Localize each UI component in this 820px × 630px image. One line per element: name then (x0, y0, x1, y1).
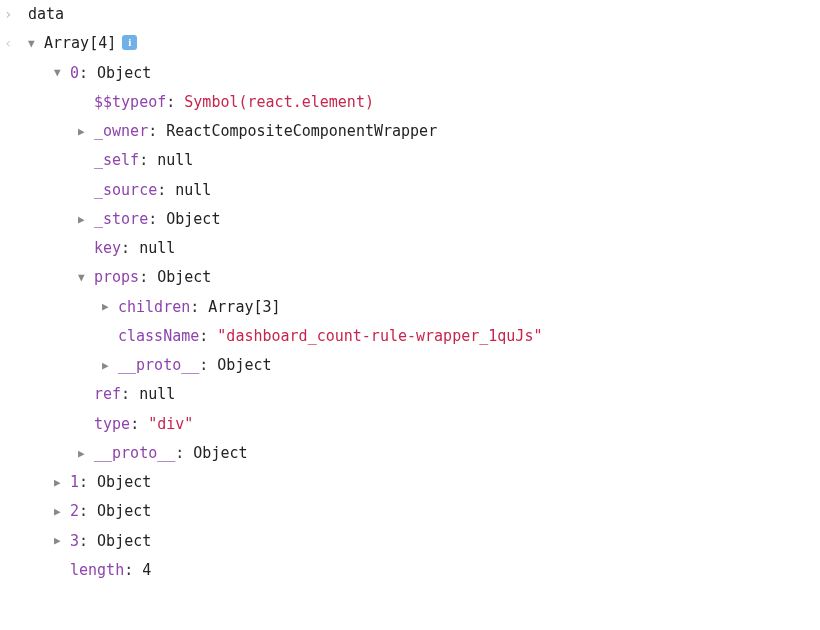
disclosure-triangle-closed-icon[interactable]: ▶ (54, 501, 66, 522)
output-caret-icon: ‹ (0, 30, 28, 57)
tree-item-source[interactable]: _source: null (0, 176, 820, 205)
tree-item-self[interactable]: _self: null (0, 146, 820, 175)
disclosure-triangle-closed-icon[interactable]: ▶ (78, 443, 90, 464)
tree-key: length (70, 556, 124, 585)
tree-key: 0 (70, 59, 79, 88)
tree-item-key[interactable]: key: null (0, 234, 820, 263)
tree-value: "div" (148, 410, 193, 439)
tree-item-store[interactable]: ▶ _store: Object (0, 205, 820, 234)
tree-value: Object (193, 439, 247, 468)
info-badge-icon[interactable]: i (122, 35, 137, 50)
tree-key: children (118, 293, 190, 322)
tree-value: Object (97, 468, 151, 497)
tree-key: key (94, 234, 121, 263)
tree-key: 1 (70, 468, 79, 497)
tree-item-1[interactable]: ▶ 1: Object (0, 468, 820, 497)
tree-value: Object (97, 497, 151, 526)
disclosure-triangle-open-icon[interactable]: ▼ (78, 267, 90, 288)
tree-value: Object (166, 205, 220, 234)
tree-value: "dashboard_count-rule-wrapper_1quJs" (217, 322, 542, 351)
tree-value: null (139, 380, 175, 409)
tree-value: Object (157, 263, 211, 292)
tree-item-length[interactable]: length: 4 (0, 556, 820, 585)
tree-item-ref[interactable]: ref: null (0, 380, 820, 409)
tree-value: null (139, 234, 175, 263)
tree-item-2[interactable]: ▶ 2: Object (0, 497, 820, 526)
tree-item-classname[interactable]: className: "dashboard_count-rule-wrapper… (0, 322, 820, 351)
tree-item-props[interactable]: ▼ props: Object (0, 263, 820, 292)
tree-key: __proto__ (118, 351, 199, 380)
tree-value: Array[3] (208, 293, 280, 322)
tree-value: null (157, 146, 193, 175)
disclosure-triangle-open-icon[interactable]: ▼ (54, 62, 66, 83)
tree-key: type (94, 410, 130, 439)
tree-key: __proto__ (94, 439, 175, 468)
tree-item-proto-inner[interactable]: ▶ __proto__: Object (0, 351, 820, 380)
array-label: Array[4] (44, 29, 116, 58)
tree-item-type[interactable]: type: "div" (0, 410, 820, 439)
tree-item-0[interactable]: ▼ 0: Object (0, 59, 820, 88)
tree-value: Object (97, 527, 151, 556)
tree-value: Object (217, 351, 271, 380)
console-input-text: data (28, 0, 64, 29)
tree-key: props (94, 263, 139, 292)
tree-key: _source (94, 176, 157, 205)
disclosure-triangle-closed-icon[interactable]: ▶ (54, 530, 66, 551)
tree-key: $$typeof (94, 88, 166, 117)
tree-key: ref (94, 380, 121, 409)
tree-item-owner[interactable]: ▶ _owner: ReactCompositeComponentWrapper (0, 117, 820, 146)
disclosure-triangle-closed-icon[interactable]: ▶ (54, 472, 66, 493)
tree-key: _self (94, 146, 139, 175)
disclosure-triangle-closed-icon[interactable]: ▶ (102, 355, 114, 376)
tree-value: null (175, 176, 211, 205)
tree-key: _store (94, 205, 148, 234)
tree-value: Symbol(react.element) (184, 88, 374, 117)
prompt-caret-icon: › (0, 1, 28, 28)
tree-key: 3 (70, 527, 79, 556)
disclosure-triangle-open-icon[interactable]: ▼ (28, 33, 40, 54)
tree-item-proto-outer[interactable]: ▶ __proto__: Object (0, 439, 820, 468)
tree-item-3[interactable]: ▶ 3: Object (0, 527, 820, 556)
disclosure-triangle-closed-icon[interactable]: ▶ (102, 296, 114, 317)
tree-value: Object (97, 59, 151, 88)
console-output-row[interactable]: ‹ ▼ Array[4] i (0, 29, 820, 58)
tree-key: 2 (70, 497, 79, 526)
tree-value: ReactCompositeComponentWrapper (166, 117, 437, 146)
tree-key: _owner (94, 117, 148, 146)
tree-item-typeof[interactable]: $$typeof: Symbol(react.element) (0, 88, 820, 117)
disclosure-triangle-closed-icon[interactable]: ▶ (78, 209, 90, 230)
disclosure-triangle-closed-icon[interactable]: ▶ (78, 121, 90, 142)
tree-item-children[interactable]: ▶ children: Array[3] (0, 293, 820, 322)
tree-value: 4 (142, 556, 151, 585)
console-input-row: › data (0, 0, 820, 29)
tree-key: className (118, 322, 199, 351)
